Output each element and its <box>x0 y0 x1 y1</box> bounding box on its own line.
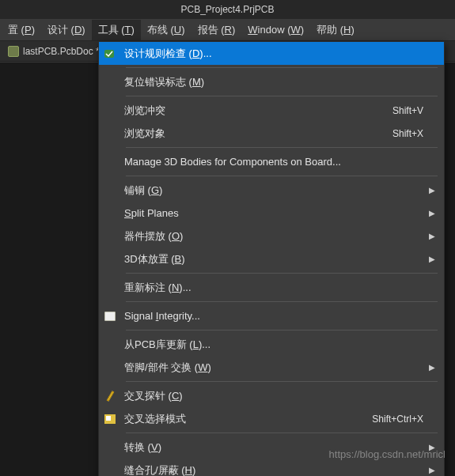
menu-item-12[interactable]: 3D体放置 (B)▶ <box>99 247 444 270</box>
menu-item-label: 缝合孔/屏蔽 (H) <box>121 463 428 477</box>
menu-2[interactable]: 工具 (T) <box>92 20 141 40</box>
drc-icon <box>99 48 121 59</box>
menu-item-5[interactable]: 浏览对象Shift+X <box>99 122 444 145</box>
submenu-arrow-icon: ▶ <box>428 466 436 474</box>
menu-item-25[interactable]: 缝合孔/屏蔽 (H)▶ <box>99 459 444 476</box>
menu-item-22[interactable]: 交叉选择模式Shift+Ctrl+X <box>99 407 444 430</box>
menu-item-label: 设计规则检查 (D)... <box>121 47 428 61</box>
menu-item-10[interactable]: Split Planes▶ <box>99 202 444 225</box>
menu-item-label: Split Planes <box>121 207 428 219</box>
menu-item-label: 交叉选择模式 <box>121 412 372 426</box>
menu-item-2[interactable]: 复位错误标志 (M) <box>99 70 444 93</box>
menu-4[interactable]: 报告 (R) <box>191 20 242 40</box>
menu-item-label: 3D体放置 (B) <box>121 252 428 266</box>
cross-select-icon <box>99 414 121 424</box>
menu-item-label: 管脚/部件 交换 (W) <box>121 361 428 375</box>
menu-item-shortcut: Shift+V <box>392 105 428 116</box>
menu-0[interactable]: 置 (P) <box>2 20 41 40</box>
menu-separator <box>126 176 438 176</box>
menu-item-label: 交叉探针 (C) <box>121 389 428 403</box>
menu-item-label: 浏览冲突 <box>121 104 392 118</box>
menu-item-19[interactable]: 管脚/部件 交换 (W)▶ <box>99 356 444 379</box>
menu-item-shortcut: Shift+X <box>392 128 428 139</box>
menu-item-4[interactable]: 浏览冲突Shift+V <box>99 99 444 122</box>
menu-separator <box>126 67 438 68</box>
menu-item-21[interactable]: 交叉探针 (C) <box>99 384 444 407</box>
submenu-arrow-icon: ▶ <box>428 209 436 217</box>
menu-item-18[interactable]: 从PCB库更新 (L)... <box>99 333 444 356</box>
pcb-doc-icon <box>8 46 19 57</box>
menu-item-9[interactable]: 铺铜 (G)▶ <box>99 179 444 202</box>
menu-item-label: 浏览对象 <box>121 127 392 141</box>
menu-item-0[interactable]: 设计规则检查 (D)... <box>99 42 444 65</box>
submenu-arrow-icon: ▶ <box>428 443 436 451</box>
tools-menu-dropdown: 设计规则检查 (D)...复位错误标志 (M)浏览冲突Shift+V浏览对象Sh… <box>98 41 445 476</box>
menu-item-7[interactable]: Manage 3D Bodies for Components on Board… <box>99 150 444 173</box>
cross-probe-icon <box>99 391 121 402</box>
menu-item-24[interactable]: 转换 (V)▶ <box>99 436 444 459</box>
menu-separator <box>126 273 438 274</box>
submenu-arrow-icon: ▶ <box>428 232 436 240</box>
menu-item-11[interactable]: 器件摆放 (O)▶ <box>99 225 444 247</box>
menu-item-label: 器件摆放 (O) <box>121 229 428 244</box>
menu-5[interactable]: Window (W) <box>241 21 310 39</box>
menu-separator <box>126 147 438 148</box>
menu-item-shortcut: Shift+Ctrl+X <box>372 414 428 425</box>
document-tab-label: lastPCB.PcbDoc * <box>23 46 100 57</box>
menu-separator <box>126 330 438 331</box>
submenu-arrow-icon: ▶ <box>428 255 436 263</box>
submenu-arrow-icon: ▶ <box>428 363 436 372</box>
signal-integrity-icon <box>99 312 121 321</box>
menu-separator <box>126 301 438 302</box>
menu-6[interactable]: 帮助 (H) <box>310 20 361 40</box>
menu-item-14[interactable]: 重新标注 (N)... <box>99 276 444 299</box>
menu-item-16[interactable]: Signal Integrity... <box>99 304 444 327</box>
menu-1[interactable]: 设计 (D) <box>41 20 92 40</box>
menu-3[interactable]: 布线 (U) <box>141 20 191 40</box>
menu-item-label: Manage 3D Bodies for Components on Board… <box>121 156 428 168</box>
menu-separator <box>126 96 438 96</box>
menu-item-label: 铺铜 (G) <box>121 183 428 198</box>
menu-item-label: 转换 (V) <box>121 440 428 455</box>
document-tab[interactable]: lastPCB.PcbDoc * <box>2 43 106 59</box>
menu-item-label: Signal Integrity... <box>121 310 428 322</box>
title-bar: PCB_Project4.PrjPCB <box>0 0 455 19</box>
menu-separator <box>126 433 438 433</box>
svg-rect-0 <box>104 50 114 58</box>
menu-separator <box>126 381 438 382</box>
menu-item-label: 从PCB库更新 (L)... <box>121 338 428 352</box>
title-text: PCB_Project4.PrjPCB <box>180 4 274 15</box>
menu-item-label: 重新标注 (N)... <box>121 281 428 295</box>
menu-item-label: 复位错误标志 (M) <box>121 75 428 89</box>
menu-bar: 置 (P)设计 (D)工具 (T)布线 (U)报告 (R)Window (W)帮… <box>0 19 455 41</box>
submenu-arrow-icon: ▶ <box>428 186 436 195</box>
